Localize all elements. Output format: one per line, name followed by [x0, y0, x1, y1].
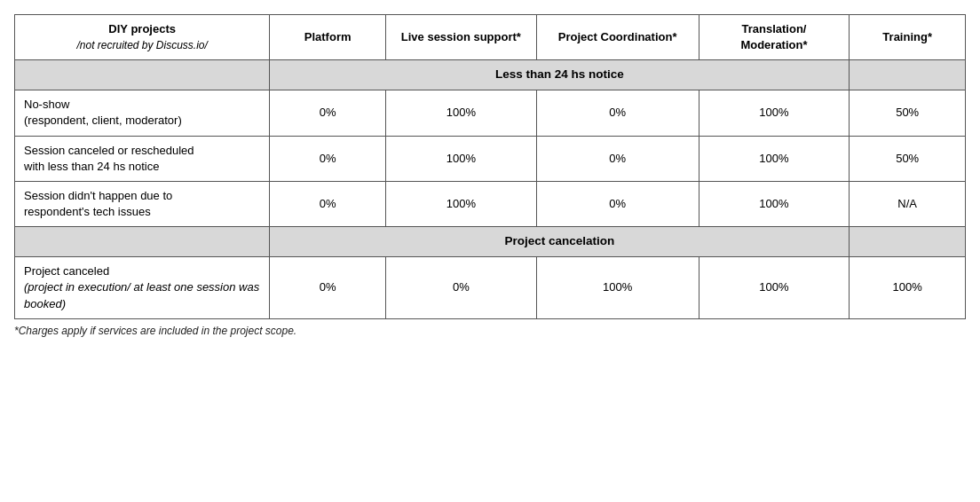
section2-label: Project cancelation — [270, 227, 850, 257]
header-live: Live session support* — [385, 15, 536, 60]
section2-empty-right — [850, 227, 966, 257]
row2-label: Session canceled or rescheduled with les… — [15, 136, 270, 181]
section1-empty-right — [850, 60, 966, 90]
header-project-coord: Project Coordination* — [536, 15, 699, 60]
header-platform: Platform — [270, 15, 386, 60]
row2-training: 50% — [850, 136, 966, 181]
row1-live: 100% — [385, 90, 536, 136]
row2-live: 100% — [385, 136, 536, 181]
row3-label: Session didn't happen due to respondent'… — [15, 182, 270, 227]
pricing-table: DIY projects /not recruited by Discuss.i… — [14, 14, 966, 319]
row3-platform: 0% — [270, 182, 386, 227]
footnote: *Charges apply if services are included … — [14, 325, 966, 337]
section1-label: Less than 24 hs notice — [270, 60, 850, 90]
header-training: Training* — [850, 15, 966, 60]
row2-translation: 100% — [699, 136, 850, 181]
row4-translation: 100% — [699, 257, 850, 319]
row4-training: 100% — [850, 257, 966, 319]
row4-live: 0% — [385, 257, 536, 319]
row4-label: Project canceled (project in execution/ … — [15, 257, 270, 319]
row3-live: 100% — [385, 182, 536, 227]
row3-project: 0% — [536, 182, 699, 227]
row2-project: 0% — [536, 136, 699, 181]
row1-translation: 100% — [699, 90, 850, 136]
header-diy: DIY projects /not recruited by Discuss.i… — [15, 15, 270, 60]
row3-translation: 100% — [699, 182, 850, 227]
row3-training: N/A — [850, 182, 966, 227]
section1-empty-left — [15, 60, 270, 90]
header-translation: Translation/ Moderation* — [699, 15, 850, 60]
section2-empty-left — [15, 227, 270, 257]
row1-project: 0% — [536, 90, 699, 136]
row4-project: 100% — [536, 257, 699, 319]
row1-label: No-show (respondent, client, moderator) — [15, 90, 270, 136]
row1-training: 50% — [850, 90, 966, 136]
row4-platform: 0% — [270, 257, 386, 319]
table-wrapper: DIY projects /not recruited by Discuss.i… — [14, 14, 966, 337]
row1-platform: 0% — [270, 90, 386, 136]
row2-platform: 0% — [270, 136, 386, 181]
